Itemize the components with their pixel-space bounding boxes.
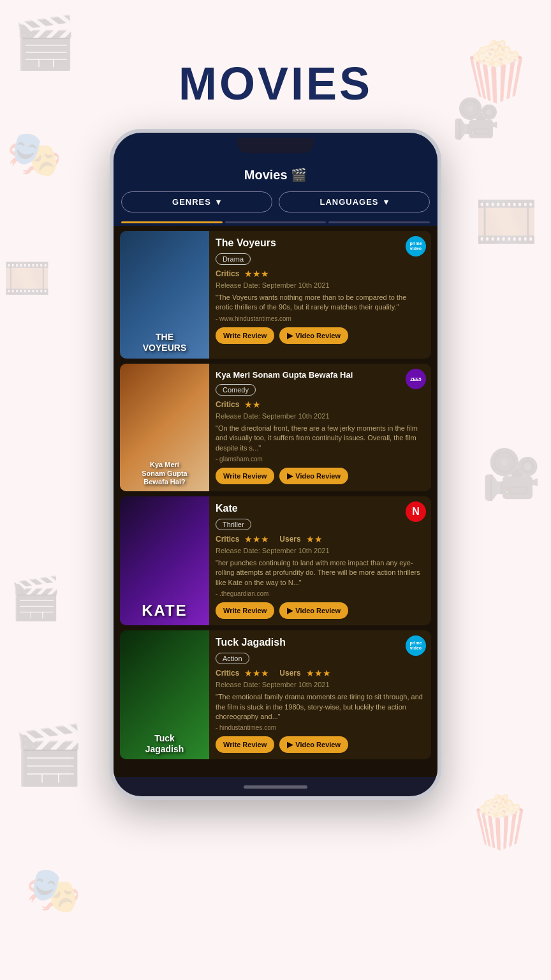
video-review-label: Video Review bbox=[295, 332, 341, 339]
tuck-title: Tuck Jagadish bbox=[216, 637, 425, 648]
movie-info-tuck: primevideo Tuck Jagadish Action Critics … bbox=[209, 630, 431, 759]
voyeurs-actions: Write Review ▶ Video Review bbox=[216, 327, 425, 344]
movie-card-voyeurs: THEVOYEURS primevideo The Voyeurs Drama … bbox=[120, 231, 431, 359]
prime-icon-2: primevideo bbox=[409, 641, 422, 650]
prime-video-badge: primevideo bbox=[406, 236, 426, 256]
netflix-icon: N bbox=[412, 506, 420, 517]
voyeurs-title: The Voyeurs bbox=[216, 237, 425, 249]
voyeurs-genre: Drama bbox=[216, 253, 251, 265]
tuck-review: "The emotional family drama moments are … bbox=[216, 692, 425, 722]
video-review-label-2: Video Review bbox=[295, 472, 341, 480]
voyeurs-rating-row: Critics ★★★ bbox=[216, 269, 425, 279]
users-label-2: Users bbox=[279, 669, 300, 678]
voyeurs-write-review[interactable]: Write Review bbox=[216, 327, 274, 344]
kate-rating-row: Critics ★★★ Users ★★ bbox=[216, 534, 425, 544]
video-review-label-4: Video Review bbox=[295, 741, 341, 748]
movie-card-sonam: Kya MeriSonam GuptaBewafa Hai? ZEE5 Kya … bbox=[120, 364, 431, 491]
users-label: Users bbox=[279, 535, 300, 544]
movies-list: THEVOYEURS primevideo The Voyeurs Drama … bbox=[114, 219, 437, 777]
sonam-stars: ★★ bbox=[244, 399, 261, 410]
movie-info-kate: N Kate Thriller Critics ★★★ Users ★★ Rel… bbox=[209, 496, 431, 625]
indicator-1 bbox=[121, 221, 223, 223]
critics-label: Critics bbox=[216, 269, 239, 278]
kate-review: "her punches continuing to land with mor… bbox=[216, 558, 425, 588]
voyeurs-video-review[interactable]: ▶ Video Review bbox=[279, 327, 348, 344]
sonam-video-review[interactable]: ▶ Video Review bbox=[279, 468, 348, 484]
movie-info-voyeurs: primevideo The Voyeurs Drama Critics ★★★… bbox=[209, 231, 431, 359]
kate-critic-stars: ★★★ bbox=[244, 534, 269, 544]
tuck-genre: Action bbox=[216, 653, 249, 664]
app-header: Movies 🎬 GENRES ▾ LANGUAGES ▾ bbox=[114, 158, 437, 219]
video-icon: ▶ bbox=[287, 331, 293, 340]
movie-info-sonam: ZEE5 Kya Meri Sonam Gupta Bewafa Hai Com… bbox=[209, 364, 431, 491]
sonam-write-review[interactable]: Write Review bbox=[216, 468, 274, 484]
kate-user-stars: ★★ bbox=[306, 534, 323, 544]
poster-kate: KATE bbox=[120, 496, 209, 625]
tuck-source: - hindustantimes.com bbox=[216, 724, 425, 731]
video-icon-4: ▶ bbox=[287, 740, 293, 749]
netflix-badge: N bbox=[406, 501, 426, 522]
poster-tuck-text: TuckJagadish bbox=[120, 733, 209, 755]
poster-voyeurs-text: THEVOYEURS bbox=[120, 332, 209, 353]
sonam-review: "On the directorial front, there are a f… bbox=[216, 424, 425, 453]
movie-card-tuck: TuckJagadish primevideo Tuck Jagadish Ac… bbox=[120, 630, 431, 759]
kate-write-review[interactable]: Write Review bbox=[216, 602, 274, 619]
zee5-icon: ZEE5 bbox=[410, 377, 422, 382]
poster-kate-text: KATE bbox=[120, 602, 209, 620]
critics-label-2: Critics bbox=[216, 400, 239, 409]
critics-label-4: Critics bbox=[216, 669, 239, 678]
phone-top-bar bbox=[114, 133, 437, 158]
sonam-release: Release Date: September 10th 2021 bbox=[216, 412, 425, 420]
home-indicator bbox=[244, 785, 307, 789]
indicator-bar bbox=[114, 219, 437, 226]
voyeurs-stars: ★★★ bbox=[244, 269, 269, 279]
languages-filter-button[interactable]: LANGUAGES ▾ bbox=[279, 191, 430, 212]
page-title: MOVIES bbox=[0, 0, 551, 129]
bottom-spacer bbox=[114, 764, 437, 777]
indicator-2 bbox=[225, 221, 327, 223]
tuck-video-review[interactable]: ▶ Video Review bbox=[279, 736, 348, 753]
voyeurs-review: "The Voyeurs wants nothing more than to … bbox=[216, 293, 425, 313]
prime-icon: primevideo bbox=[409, 241, 422, 251]
kate-genre: Thriller bbox=[216, 519, 251, 530]
tuck-rating-row: Critics ★★★ Users ★★★ bbox=[216, 668, 425, 678]
sonam-source: - glamsham.com bbox=[216, 456, 425, 463]
sonam-rating-row: Critics ★★ bbox=[216, 399, 425, 410]
kate-release: Release Date: September 10th 2021 bbox=[216, 547, 425, 554]
languages-label: LANGUAGES bbox=[320, 197, 378, 207]
zee5-badge: ZEE5 bbox=[406, 369, 426, 389]
phone-bottom-bar bbox=[114, 777, 437, 796]
voyeurs-release: Release Date: September 10th 2021 bbox=[216, 281, 425, 289]
kate-video-review[interactable]: ▶ Video Review bbox=[279, 602, 348, 619]
poster-sonam: Kya MeriSonam GuptaBewafa Hai? bbox=[120, 364, 209, 491]
kate-source: - .theguardian.com bbox=[216, 590, 425, 597]
chevron-down-icon-2: ▾ bbox=[384, 197, 389, 207]
poster-sonam-text: Kya MeriSonam GuptaBewafa Hai? bbox=[120, 461, 209, 486]
tuck-write-review[interactable]: Write Review bbox=[216, 736, 274, 753]
tuck-user-stars: ★★★ bbox=[306, 668, 331, 678]
poster-voyeurs: THEVOYEURS bbox=[120, 231, 209, 359]
chevron-down-icon: ▾ bbox=[216, 197, 221, 207]
sonam-actions: Write Review ▶ Video Review bbox=[216, 468, 425, 484]
video-icon-2: ▶ bbox=[287, 471, 293, 480]
phone-notch bbox=[237, 138, 314, 153]
app-title: Movies 🎬 bbox=[114, 167, 437, 191]
video-review-label-3: Video Review bbox=[295, 607, 341, 614]
sonam-genre: Comedy bbox=[216, 384, 256, 396]
kate-title: Kate bbox=[216, 503, 425, 514]
sonam-title: Kya Meri Sonam Gupta Bewafa Hai bbox=[216, 370, 425, 380]
phone-frame: Movies 🎬 GENRES ▾ LANGUAGES ▾ THEVOYEURS bbox=[110, 129, 441, 800]
indicator-3 bbox=[328, 221, 430, 223]
genres-filter-button[interactable]: GENRES ▾ bbox=[121, 191, 272, 212]
critics-label-3: Critics bbox=[216, 535, 239, 544]
kate-actions: Write Review ▶ Video Review bbox=[216, 602, 425, 619]
tuck-critic-stars: ★★★ bbox=[244, 668, 269, 678]
prime-video-badge-2: primevideo bbox=[406, 635, 426, 656]
filter-row: GENRES ▾ LANGUAGES ▾ bbox=[114, 191, 437, 219]
voyeurs-source: - www.hindustantimes.com bbox=[216, 315, 425, 322]
genres-label: GENRES bbox=[172, 197, 211, 207]
tuck-actions: Write Review ▶ Video Review bbox=[216, 736, 425, 753]
tuck-release: Release Date: September 10th 2021 bbox=[216, 681, 425, 688]
poster-tuck: TuckJagadish bbox=[120, 630, 209, 759]
movie-card-kate: KATE N Kate Thriller Critics ★★★ Users ★… bbox=[120, 496, 431, 625]
